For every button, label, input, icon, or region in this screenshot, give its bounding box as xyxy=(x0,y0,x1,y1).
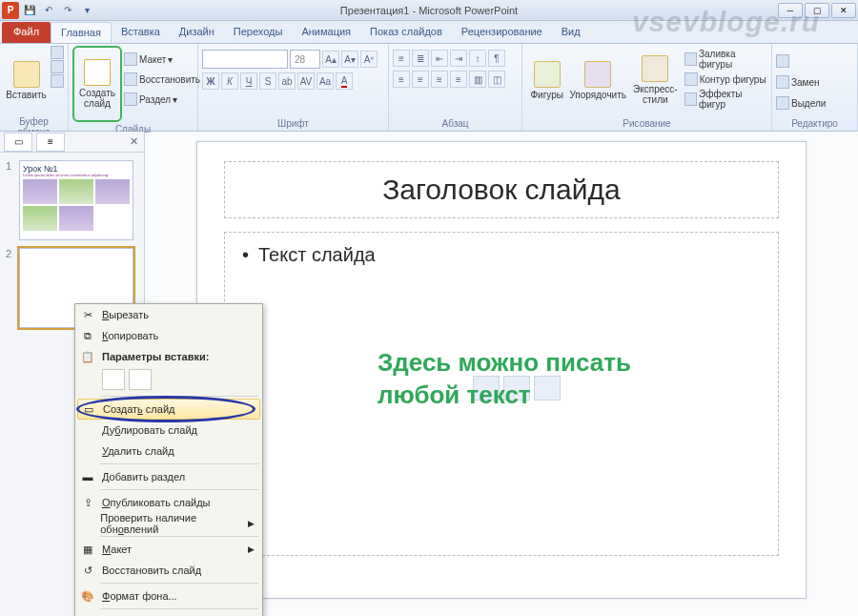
smartart-icon[interactable]: ◫ xyxy=(488,71,505,88)
tab-review[interactable]: Рецензирование xyxy=(452,22,552,43)
new-slide-highlight: Создать слайд xyxy=(72,46,122,122)
font-color-icon[interactable]: A xyxy=(336,72,353,90)
clear-format-icon[interactable]: Aˣ xyxy=(360,51,378,68)
text-direction-icon[interactable]: ¶ xyxy=(488,50,505,67)
quick-styles-button[interactable]: Экспресс-стили xyxy=(628,46,683,114)
minimize-button[interactable]: ─ xyxy=(778,3,803,18)
cm-cut[interactable]: ✂Вырезать xyxy=(75,304,262,325)
slides-panel-tab[interactable]: ▭ xyxy=(4,133,32,152)
maximize-button[interactable]: ▢ xyxy=(805,3,829,18)
separator xyxy=(100,536,258,537)
reset-button[interactable]: Восстановить xyxy=(124,70,200,89)
select-button[interactable]: Выдели xyxy=(776,93,826,113)
thumb-num: 1 xyxy=(6,160,15,240)
cm-duplicate-slide[interactable]: Дублировать слайд xyxy=(75,420,262,441)
redo-icon[interactable]: ↷ xyxy=(59,2,76,19)
bold-icon[interactable]: Ж xyxy=(202,72,219,90)
panel-close-icon[interactable]: ✕ xyxy=(130,135,138,148)
cm-check-updates[interactable]: Проверить наличие обновлений▶ xyxy=(75,513,262,534)
close-button[interactable]: ✕ xyxy=(831,3,856,18)
new-slide-button[interactable]: Создать слайд xyxy=(76,50,118,118)
bullet-item: •Текст слайда xyxy=(242,244,761,266)
cm-reset-slide[interactable]: ↺Восстановить слайд xyxy=(75,560,262,581)
columns-icon[interactable]: ▥ xyxy=(469,71,486,88)
scissors-icon: ✂ xyxy=(79,307,96,322)
separator xyxy=(100,583,258,584)
slide-title-placeholder[interactable]: Заголовок слайда xyxy=(224,161,779,218)
fill-icon xyxy=(684,52,697,66)
slide-body-placeholder[interactable]: •Текст слайда Здесь можно писать любой т… xyxy=(224,232,779,556)
outline-panel-tab[interactable]: ≡ xyxy=(36,133,65,152)
tab-view[interactable]: Вид xyxy=(552,22,590,43)
indent-inc-icon[interactable]: ⇥ xyxy=(450,50,467,67)
layout-icon xyxy=(124,52,137,66)
layout-icon: ▦ xyxy=(79,542,96,557)
cut-icon[interactable] xyxy=(51,46,64,59)
paste-button[interactable]: Вставить xyxy=(4,46,49,114)
tab-transitions[interactable]: Переходы xyxy=(224,22,293,43)
slide[interactable]: Заголовок слайда •Текст слайда Здесь мож… xyxy=(196,141,807,599)
undo-icon[interactable]: ↶ xyxy=(40,2,57,19)
grow-font-icon[interactable]: A▴ xyxy=(322,51,339,68)
section-button[interactable]: Раздел ▾ xyxy=(124,90,200,109)
replace-button[interactable]: Замен xyxy=(776,72,820,92)
font-family-combo[interactable] xyxy=(202,50,288,69)
cm-new-slide[interactable]: ▭Создать слайд xyxy=(77,399,260,420)
find-button[interactable] xyxy=(776,51,789,71)
cm-copy[interactable]: ⧉Копировать xyxy=(75,325,262,346)
shadow-icon[interactable]: ab xyxy=(278,72,296,90)
arrange-button[interactable]: Упорядочить xyxy=(569,46,626,114)
quick-styles-icon xyxy=(642,55,668,82)
line-spacing-icon[interactable]: ↕ xyxy=(469,50,486,67)
cm-photo-album: 📷Фотоальбом... xyxy=(75,611,262,616)
tab-animations[interactable]: Анимация xyxy=(292,22,360,43)
shrink-font-icon[interactable]: A▾ xyxy=(341,51,358,68)
effects-icon xyxy=(684,92,697,106)
justify-icon[interactable]: ≡ xyxy=(450,71,467,88)
underline-icon[interactable]: Ч xyxy=(240,72,257,90)
spacing-icon[interactable]: AV xyxy=(297,72,315,90)
qat-dropdown-icon[interactable]: ▾ xyxy=(78,2,95,19)
bullets-icon[interactable]: ≡ xyxy=(393,50,410,67)
shapes-button[interactable]: Фигуры xyxy=(526,46,567,114)
cm-add-section[interactable]: ▬Добавить раздел xyxy=(75,466,262,487)
save-icon[interactable]: 💾 xyxy=(21,2,38,19)
group-editing-label: Редактиро xyxy=(776,116,853,131)
window-title: Презентация1 - Microsoft PowerPoint xyxy=(340,5,518,16)
paste-option-1[interactable] xyxy=(102,369,125,390)
format-painter-icon[interactable] xyxy=(51,74,64,88)
separator xyxy=(100,608,258,609)
italic-icon[interactable]: К xyxy=(221,72,238,90)
paste-option-2[interactable] xyxy=(129,369,152,390)
tab-design[interactable]: Дизайн xyxy=(170,22,224,43)
copy-icon[interactable] xyxy=(51,60,64,73)
tab-home[interactable]: Главная xyxy=(51,22,112,43)
tab-slideshow[interactable]: Показ слайдов xyxy=(360,22,452,43)
thumbnail-1[interactable]: 1 Урок №1 Lorem ipsum dolor sit amet con… xyxy=(6,160,138,240)
cm-format-background[interactable]: 🎨Формат фона... xyxy=(75,585,262,606)
ribbon-tabs: Файл Главная Вставка Дизайн Переходы Ани… xyxy=(0,21,858,44)
numbering-icon[interactable]: ≣ xyxy=(412,50,429,67)
font-size-combo[interactable]: 28 xyxy=(290,50,320,69)
separator xyxy=(100,396,258,397)
layout-button[interactable]: Макет ▾ xyxy=(124,50,200,69)
case-icon[interactable]: Aa xyxy=(317,72,334,90)
align-center-icon[interactable]: ≡ xyxy=(412,71,429,88)
shape-effects-button[interactable]: Эффекты фигур xyxy=(684,90,767,109)
cm-publish-slides[interactable]: ⇪Опубликовать слайды xyxy=(75,492,262,513)
cm-delete-slide[interactable]: Удалить слайд xyxy=(75,441,262,462)
shape-fill-button[interactable]: Заливка фигуры xyxy=(684,50,767,69)
powerpoint-icon: P xyxy=(2,2,19,19)
paste-icon: 📋 xyxy=(79,349,96,364)
align-left-icon[interactable]: ≡ xyxy=(393,71,410,88)
shape-outline-button[interactable]: Контур фигуры xyxy=(684,70,767,89)
indent-dec-icon[interactable]: ⇤ xyxy=(431,50,448,67)
file-tab[interactable]: Файл xyxy=(2,22,51,43)
cm-layout[interactable]: ▦Макет▶ xyxy=(75,539,262,560)
separator xyxy=(100,463,258,464)
new-slide-icon xyxy=(84,59,111,86)
annotation-text: Здесь можно писать любой текст xyxy=(378,347,631,412)
align-right-icon[interactable]: ≡ xyxy=(431,71,448,88)
tab-insert[interactable]: Вставка xyxy=(112,22,170,43)
strike-icon[interactable]: S xyxy=(259,72,276,90)
